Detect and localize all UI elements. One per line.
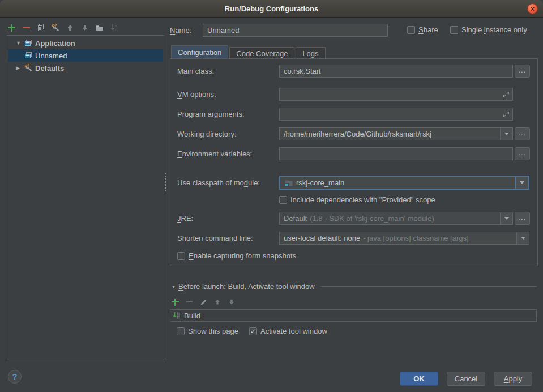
configurations-toolbar: az [7,22,119,34]
main-class-label: Main class: [177,67,214,75]
apply-label: Apply [504,374,523,383]
new-folder-icon [95,23,104,32]
tree-item-defaults[interactable]: ▶ Defaults [8,62,163,74]
shorten-command-line-combobox[interactable]: user-local default: none - java [options… [279,232,529,245]
chevron-down-icon [521,237,525,240]
working-directory-combobox[interactable]: /home/meriherrera/Code/Github/rsksmart/r… [279,127,513,140]
sort-alphabetically-icon: az [110,23,119,32]
help-icon: ? [12,372,18,381]
main-class-browse-button[interactable]: ... [515,65,530,78]
add-task-button[interactable] [170,297,179,306]
working-directory-browse-button[interactable]: ... [515,127,530,140]
jre-hint: (1.8 - SDK of 'rskj-core_main' module) [310,214,434,223]
cancel-button[interactable]: Cancel [447,372,485,386]
chevron-down-icon [504,217,509,220]
build-icon: 011001 [173,311,181,320]
jre-dropdown-button[interactable] [500,212,512,224]
apply-button[interactable]: Apply [494,372,532,386]
titlebar: Run/Debug Configurations × [0,0,543,18]
module-label: Use classpath of module: [177,178,260,187]
show-this-page-checkbox[interactable]: Show this page [177,327,238,335]
main-class-field[interactable]: co.rsk.Start [279,65,513,78]
add-icon [172,299,179,306]
vm-options-label: VM options: [177,90,216,99]
working-directory-value: /home/meriherrera/Code/Github/rsksmart/r… [284,130,431,138]
ellipsis-icon: ... [519,150,526,156]
checkbox-box: ✓ [249,327,257,335]
cancel-label: Cancel [455,374,477,383]
jre-combobox[interactable]: Default (1.8 - SDK of 'rskj-core_main' m… [279,212,513,225]
jre-browse-button[interactable]: ... [515,212,530,225]
vm-options-field[interactable] [279,88,513,101]
shorten-command-line-dropdown-button[interactable] [516,232,529,244]
tree-item-unnamed[interactable]: Unnamed [8,49,163,62]
tab-configuration[interactable]: Configuration [171,45,228,59]
add-configuration-button[interactable] [7,23,16,32]
working-directory-dropdown-button[interactable] [500,128,512,140]
activate-tool-window-checkbox[interactable]: ✓ Activate tool window [249,327,327,335]
copy-icon [36,23,45,32]
build-task-label: Build [184,312,200,320]
move-task-up-button[interactable] [213,297,222,306]
jre-value: Default [284,214,307,223]
working-directory-label: Working directory: [177,130,237,138]
ok-button[interactable]: OK [400,372,438,386]
before-launch-title: Before launch: Build, Activate tool wind… [178,282,315,291]
panel-splitter[interactable] [164,172,166,191]
close-button[interactable]: × [527,3,538,14]
wrench-icon [24,63,33,73]
move-task-down-button[interactable] [227,297,236,306]
before-launch-header: ▾ Before launch: Build, Activate tool wi… [170,281,537,291]
module-dropdown-button[interactable] [515,177,528,189]
edit-task-button[interactable] [199,297,208,306]
checkbox-box [177,252,185,260]
program-arguments-field[interactable] [279,108,513,121]
tab-label: Configuration [178,48,221,57]
move-down-button[interactable] [80,23,89,32]
share-checkbox[interactable]: Share [407,25,438,34]
move-up-button[interactable] [66,23,75,32]
name-input[interactable] [203,24,388,37]
edit-defaults-button[interactable] [51,23,60,32]
checkbox-box [450,26,458,34]
remove-configuration-button[interactable] [22,23,31,32]
single-instance-checkbox[interactable]: Single instance only [450,25,527,34]
ellipsis-icon: ... [519,214,526,221]
provided-scope-checkbox[interactable]: Include dependencies with "Provided" sco… [279,195,435,204]
expand-field-icon[interactable] [503,91,510,98]
tree-expand-icon[interactable]: ▶ [16,65,24,71]
expand-field-icon[interactable] [503,111,510,118]
tree-expand-icon[interactable]: ▼ [16,40,24,46]
shorten-command-line-hint: - java [options] classname [args] [363,234,468,242]
capture-snapshots-checkbox[interactable]: Enable capturing form snapshots [177,252,296,260]
sort-configurations-button[interactable]: az [110,23,119,32]
tab-logs[interactable]: Logs [296,47,325,59]
checkbox-box [177,327,185,335]
module-combobox[interactable]: rskj-core_main [279,176,529,190]
tab-label: Code Coverage [236,49,288,58]
help-button[interactable]: ? [8,370,22,384]
single-instance-label: Single instance only [461,25,527,34]
before-launch-task-build[interactable]: 011001 Build [170,309,537,322]
remove-task-button[interactable] [185,297,194,306]
copy-configuration-button[interactable] [36,23,45,32]
tab-code-coverage[interactable]: Code Coverage [229,47,294,59]
activate-tool-window-label: Activate tool window [260,327,327,335]
application-icon [24,39,33,48]
environment-variables-browse-button[interactable]: ... [515,147,530,160]
collapse-section-icon[interactable]: ▾ [172,283,175,289]
environment-variables-field[interactable] [279,147,513,160]
settings-tabs: Configuration Code Coverage Logs [171,45,327,59]
tab-label: Logs [302,49,318,58]
checkbox-box [279,196,287,204]
check-icon: ✓ [250,328,256,335]
window-title: Run/Debug Configurations [225,5,318,13]
edit-defaults-wrench-icon [51,23,60,32]
tree-item-application[interactable]: ▼ Application [8,37,163,49]
new-folder-button[interactable] [95,23,104,32]
module-icon [284,178,293,188]
move-up-icon [213,298,221,306]
environment-variables-label: Environment variables: [177,150,252,158]
svg-text:z: z [115,28,117,32]
ellipsis-icon: ... [519,130,526,137]
